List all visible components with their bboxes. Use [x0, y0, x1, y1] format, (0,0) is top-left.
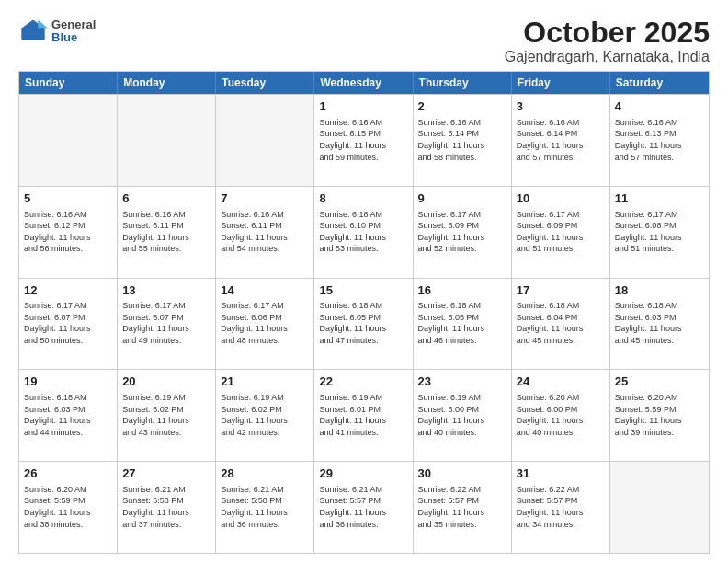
day-info: Sunrise: 6:20 AM Sunset: 6:00 PM Dayligh…	[517, 392, 605, 438]
table-row: 6Sunrise: 6:16 AM Sunset: 6:11 PM Daylig…	[118, 187, 216, 278]
day-number: 14	[221, 282, 309, 299]
day-info: Sunrise: 6:16 AM Sunset: 6:10 PM Dayligh…	[319, 209, 407, 255]
week-row-5: 26Sunrise: 6:20 AM Sunset: 5:59 PM Dayli…	[19, 461, 709, 553]
day-number: 24	[517, 373, 605, 390]
day-number: 22	[319, 373, 407, 390]
table-row: 14Sunrise: 6:17 AM Sunset: 6:06 PM Dayli…	[216, 279, 314, 370]
day-number: 4	[615, 98, 704, 115]
logo-icon	[18, 17, 48, 46]
table-row: 8Sunrise: 6:16 AM Sunset: 6:10 PM Daylig…	[314, 187, 413, 278]
location-title: Gajendragarh, Karnataka, India	[505, 49, 710, 65]
day-number: 18	[615, 282, 704, 299]
day-info: Sunrise: 6:18 AM Sunset: 6:05 PM Dayligh…	[418, 300, 506, 346]
weekday-header-friday: Friday	[512, 72, 610, 94]
table-row: 13Sunrise: 6:17 AM Sunset: 6:07 PM Dayli…	[118, 279, 216, 370]
weekday-header-wednesday: Wednesday	[314, 72, 413, 94]
table-row: 9Sunrise: 6:17 AM Sunset: 6:09 PM Daylig…	[414, 187, 512, 278]
day-info: Sunrise: 6:17 AM Sunset: 6:08 PM Dayligh…	[615, 209, 704, 255]
calendar: SundayMondayTuesdayWednesdayThursdayFrid…	[18, 71, 710, 554]
day-number: 13	[122, 282, 210, 299]
weekday-header-tuesday: Tuesday	[216, 72, 314, 94]
day-number: 7	[221, 190, 309, 207]
table-row: 24Sunrise: 6:20 AM Sunset: 6:00 PM Dayli…	[512, 370, 610, 461]
day-info: Sunrise: 6:17 AM Sunset: 6:07 PM Dayligh…	[24, 300, 112, 346]
day-number: 19	[24, 373, 112, 390]
day-info: Sunrise: 6:21 AM Sunset: 5:58 PM Dayligh…	[122, 484, 210, 530]
day-number: 27	[122, 465, 210, 482]
calendar-header: SundayMondayTuesdayWednesdayThursdayFrid…	[19, 72, 709, 94]
day-info: Sunrise: 6:22 AM Sunset: 5:57 PM Dayligh…	[418, 484, 506, 530]
day-info: Sunrise: 6:16 AM Sunset: 6:15 PM Dayligh…	[319, 117, 407, 163]
day-number: 21	[221, 373, 309, 390]
week-row-1: 1Sunrise: 6:16 AM Sunset: 6:15 PM Daylig…	[19, 94, 709, 186]
logo: General Blue	[18, 17, 96, 46]
table-row: 30Sunrise: 6:22 AM Sunset: 5:57 PM Dayli…	[414, 462, 512, 553]
day-number: 5	[24, 190, 112, 207]
table-row: 4Sunrise: 6:16 AM Sunset: 6:13 PM Daylig…	[610, 95, 709, 186]
table-row: 28Sunrise: 6:21 AM Sunset: 5:58 PM Dayli…	[216, 462, 314, 553]
day-number: 2	[418, 98, 506, 115]
week-row-4: 19Sunrise: 6:18 AM Sunset: 6:03 PM Dayli…	[19, 369, 709, 461]
day-number: 3	[517, 98, 605, 115]
table-row: 25Sunrise: 6:20 AM Sunset: 5:59 PM Dayli…	[610, 370, 709, 461]
day-number: 1	[319, 98, 407, 115]
day-info: Sunrise: 6:16 AM Sunset: 6:14 PM Dayligh…	[418, 117, 506, 163]
weekday-header-monday: Monday	[118, 72, 216, 94]
table-row: 17Sunrise: 6:18 AM Sunset: 6:04 PM Dayli…	[512, 279, 610, 370]
table-row: 12Sunrise: 6:17 AM Sunset: 6:07 PM Dayli…	[19, 279, 118, 370]
logo-text: General Blue	[51, 18, 96, 45]
day-info: Sunrise: 6:19 AM Sunset: 6:02 PM Dayligh…	[122, 392, 210, 438]
day-info: Sunrise: 6:18 AM Sunset: 6:03 PM Dayligh…	[24, 392, 112, 438]
day-number: 6	[122, 190, 210, 207]
day-number: 25	[615, 373, 704, 390]
day-info: Sunrise: 6:18 AM Sunset: 6:03 PM Dayligh…	[615, 300, 704, 346]
day-number: 28	[221, 465, 309, 482]
table-row: 2Sunrise: 6:16 AM Sunset: 6:14 PM Daylig…	[414, 95, 512, 186]
week-row-2: 5Sunrise: 6:16 AM Sunset: 6:12 PM Daylig…	[19, 186, 709, 278]
table-row: 1Sunrise: 6:16 AM Sunset: 6:15 PM Daylig…	[314, 95, 413, 186]
day-number: 29	[319, 465, 407, 482]
svg-marker-1	[38, 20, 48, 29]
table-row	[118, 95, 216, 186]
table-row	[216, 95, 314, 186]
day-info: Sunrise: 6:20 AM Sunset: 5:59 PM Dayligh…	[615, 392, 704, 438]
day-number: 30	[418, 465, 506, 482]
day-info: Sunrise: 6:18 AM Sunset: 6:04 PM Dayligh…	[517, 300, 605, 346]
day-info: Sunrise: 6:22 AM Sunset: 5:57 PM Dayligh…	[517, 484, 605, 530]
table-row: 29Sunrise: 6:21 AM Sunset: 5:57 PM Dayli…	[314, 462, 413, 553]
table-row: 21Sunrise: 6:19 AM Sunset: 6:02 PM Dayli…	[216, 370, 314, 461]
day-number: 9	[418, 190, 506, 207]
table-row	[19, 95, 118, 186]
day-number: 16	[418, 282, 506, 299]
month-title: October 2025	[505, 17, 710, 49]
day-info: Sunrise: 6:19 AM Sunset: 6:01 PM Dayligh…	[319, 392, 407, 438]
day-info: Sunrise: 6:17 AM Sunset: 6:09 PM Dayligh…	[418, 209, 506, 255]
day-number: 26	[24, 465, 112, 482]
day-number: 8	[319, 190, 407, 207]
day-info: Sunrise: 6:16 AM Sunset: 6:11 PM Dayligh…	[122, 209, 210, 255]
day-info: Sunrise: 6:19 AM Sunset: 6:02 PM Dayligh…	[221, 392, 309, 438]
day-info: Sunrise: 6:21 AM Sunset: 5:57 PM Dayligh…	[319, 484, 407, 530]
weekday-header-thursday: Thursday	[414, 72, 512, 94]
day-info: Sunrise: 6:20 AM Sunset: 5:59 PM Dayligh…	[24, 484, 112, 530]
day-info: Sunrise: 6:16 AM Sunset: 6:11 PM Dayligh…	[221, 209, 309, 255]
logo-general: General	[51, 18, 96, 31]
table-row	[610, 462, 709, 553]
table-row: 31Sunrise: 6:22 AM Sunset: 5:57 PM Dayli…	[512, 462, 610, 553]
table-row: 7Sunrise: 6:16 AM Sunset: 6:11 PM Daylig…	[216, 187, 314, 278]
day-info: Sunrise: 6:19 AM Sunset: 6:00 PM Dayligh…	[418, 392, 506, 438]
table-row: 20Sunrise: 6:19 AM Sunset: 6:02 PM Dayli…	[118, 370, 216, 461]
table-row: 23Sunrise: 6:19 AM Sunset: 6:00 PM Dayli…	[414, 370, 512, 461]
title-block: October 2025 Gajendragarh, Karnataka, In…	[505, 17, 710, 65]
day-number: 10	[517, 190, 605, 207]
day-number: 23	[418, 373, 506, 390]
day-info: Sunrise: 6:16 AM Sunset: 6:12 PM Dayligh…	[24, 209, 112, 255]
table-row: 27Sunrise: 6:21 AM Sunset: 5:58 PM Dayli…	[118, 462, 216, 553]
week-row-3: 12Sunrise: 6:17 AM Sunset: 6:07 PM Dayli…	[19, 278, 709, 370]
day-number: 17	[517, 282, 605, 299]
day-info: Sunrise: 6:16 AM Sunset: 6:14 PM Dayligh…	[517, 117, 605, 163]
day-info: Sunrise: 6:17 AM Sunset: 6:06 PM Dayligh…	[221, 300, 309, 346]
day-info: Sunrise: 6:17 AM Sunset: 6:09 PM Dayligh…	[517, 209, 605, 255]
table-row: 15Sunrise: 6:18 AM Sunset: 6:05 PM Dayli…	[314, 279, 413, 370]
logo-blue: Blue	[51, 31, 96, 44]
